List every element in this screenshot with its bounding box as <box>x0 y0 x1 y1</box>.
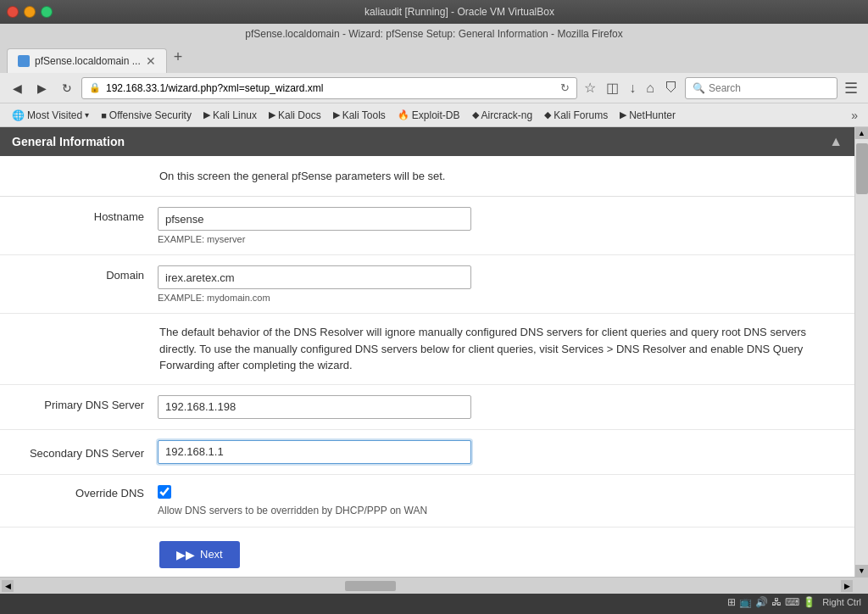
bookmark-aircrack[interactable]: ◆ Aircrack-ng <box>467 108 538 123</box>
offensive-security-icon: ■ <box>101 110 107 120</box>
shield-btn[interactable]: ⛉ <box>661 79 682 98</box>
sys-icon-4: 🖧 <box>771 596 782 608</box>
bookmark-kali-linux[interactable]: ▶ Kali Linux <box>198 108 262 123</box>
bookmark-exploit-db[interactable]: 🔥 Exploit-DB <box>392 108 465 123</box>
sys-icon-2: 📺 <box>739 596 752 608</box>
kali-linux-icon: ▶ <box>203 109 210 120</box>
secondary-dns-label: Secondary DNS Server <box>14 440 158 460</box>
os-title: kaliaudit [Running] - Oracle VM VirtualB… <box>58 6 861 18</box>
exploit-db-icon: 🔥 <box>398 109 409 120</box>
intro-text: On this screen the general pfSense param… <box>159 170 445 182</box>
nav-bar: ◀ ▶ ↻ 🔒 ↻ ☆ ◫ ↓ ⌂ ⛉ 🔍 ☰ <box>0 73 868 103</box>
scroll-up-btn[interactable]: ▲ <box>855 127 868 139</box>
url-bar: 🔒 ↻ <box>81 77 577 99</box>
button-row: ▶▶ Next <box>0 527 854 578</box>
url-input[interactable] <box>106 82 555 94</box>
kali-forums-icon: ◆ <box>544 109 551 120</box>
nethunter-icon: ▶ <box>620 109 626 120</box>
scroll-right-btn[interactable]: ▶ <box>841 580 853 592</box>
domain-hint: EXAMPLE: mydomain.com <box>158 293 841 303</box>
hostname-label: Hostname <box>14 207 158 223</box>
dns-info-row: The default behavior of the DNS Resolver… <box>0 314 854 385</box>
secondary-dns-input[interactable] <box>158 440 471 464</box>
scroll-thumb[interactable] <box>856 143 868 194</box>
primary-dns-input[interactable] <box>158 395 471 419</box>
search-input[interactable] <box>709 82 810 94</box>
scroll-down-btn[interactable]: ▼ <box>855 565 868 577</box>
scroll-left-btn[interactable]: ◀ <box>2 580 14 592</box>
hostname-hint: EXAMPLE: myserver <box>158 234 841 244</box>
tab-favicon <box>18 55 30 67</box>
bottom-scrollbar[interactable]: ◀ ▶ <box>0 577 868 594</box>
search-bar: 🔍 <box>685 77 837 99</box>
domain-row: Domain EXAMPLE: mydomain.com <box>0 255 854 314</box>
section-header: General Information ▲ <box>0 127 854 156</box>
next-label: Next <box>200 548 223 561</box>
next-icon: ▶▶ <box>176 548 195 561</box>
lock-icon: 🔒 <box>89 82 101 93</box>
sys-icon-3: 🔊 <box>755 596 768 608</box>
override-dns-label: Override DNS <box>14 485 158 500</box>
back-btn[interactable]: ◀ <box>7 78 28 98</box>
search-icon: 🔍 <box>693 82 705 94</box>
collapse-icon[interactable]: ▲ <box>829 134 843 149</box>
primary-dns-label: Primary DNS Server <box>14 395 158 411</box>
bookmark-kali-forums[interactable]: ◆ Kali Forums <box>539 108 613 123</box>
pfsense-form: General Information ▲ On this screen the… <box>0 127 854 577</box>
download-btn[interactable]: ↓ <box>626 79 639 98</box>
bookmark-offensive-security[interactable]: ■ Offensive Security <box>96 108 197 123</box>
reload-url-btn[interactable]: ↻ <box>560 81 570 94</box>
intro-row: On this screen the general pfSense param… <box>0 156 854 197</box>
tab-label: pfSense.localdomain ... <box>35 55 141 67</box>
os-titlebar: kaliaudit [Running] - Oracle VM VirtualB… <box>0 0 868 24</box>
close-btn[interactable] <box>7 6 19 18</box>
menu-btn[interactable]: ☰ <box>841 77 861 99</box>
bookmark-star-btn[interactable]: ☆ <box>581 78 599 98</box>
override-dns-checkbox[interactable] <box>158 485 171 499</box>
bookmarks-bar: 🌐 Most Visited ▾ ■ Offensive Security ▶ … <box>0 103 868 127</box>
form-area: On this screen the general pfSense param… <box>0 156 854 577</box>
bookmark-kali-docs[interactable]: ▶ Kali Docs <box>264 108 326 123</box>
browser-title: pfSense.localdomain - Wizard: pfSense Se… <box>245 28 623 40</box>
refresh-btn[interactable]: ↻ <box>56 78 78 98</box>
bookmark-nethunter[interactable]: ▶ NetHunter <box>615 108 681 123</box>
home-btn[interactable]: ⌂ <box>643 79 658 98</box>
override-dns-hint: Allow DNS servers to be overridden by DH… <box>158 505 841 516</box>
h-scroll-thumb[interactable] <box>345 581 396 591</box>
page-content: General Information ▲ On this screen the… <box>0 127 868 577</box>
sys-icon-1: ⊞ <box>727 596 736 608</box>
section-title: General Information <box>12 135 125 148</box>
override-dns-field: Allow DNS servers to be overridden by DH… <box>158 485 841 516</box>
chevron-down-icon: ▾ <box>85 110 89 120</box>
domain-label: Domain <box>14 265 158 282</box>
os-statusbar: ⊞ 📺 🔊 🖧 ⌨ 🔋 Right Ctrl <box>0 594 868 611</box>
aircrack-icon: ◆ <box>472 109 479 120</box>
dns-info-text: The default behavior of the DNS Resolver… <box>159 326 806 371</box>
pocket-btn[interactable]: ◫ <box>603 78 622 98</box>
nav-icons: ☆ ◫ ↓ ⌂ ⛉ <box>581 78 682 98</box>
hostname-input[interactable] <box>158 207 471 231</box>
kali-tools-icon: ▶ <box>333 109 340 120</box>
status-icons: ⊞ 📺 🔊 🖧 ⌨ 🔋 <box>727 596 815 608</box>
right-ctrl-label: Right Ctrl <box>822 597 861 607</box>
more-bookmarks-btn[interactable]: » <box>848 109 861 122</box>
forward-btn[interactable]: ▶ <box>31 78 53 98</box>
sys-icon-5: ⌨ <box>785 596 799 608</box>
bookmark-kali-tools[interactable]: ▶ Kali Tools <box>328 108 391 123</box>
bookmark-most-visited[interactable]: 🌐 Most Visited ▾ <box>7 108 94 123</box>
secondary-dns-field <box>158 440 841 464</box>
next-button[interactable]: ▶▶ Next <box>159 541 240 568</box>
secondary-dns-row: Secondary DNS Server <box>0 430 854 475</box>
override-dns-row: Override DNS Allow DNS servers to be ove… <box>0 475 854 527</box>
hostname-row: Hostname EXAMPLE: myserver <box>0 197 854 255</box>
minimize-btn[interactable] <box>24 6 36 18</box>
globe-icon: 🌐 <box>12 109 25 121</box>
primary-dns-row: Primary DNS Server <box>0 385 854 430</box>
new-tab-btn[interactable]: + <box>167 48 190 70</box>
sys-icon-6: 🔋 <box>803 596 815 608</box>
maximize-btn[interactable] <box>41 6 53 18</box>
domain-input[interactable] <box>158 265 471 289</box>
tab-close-btn[interactable]: ✕ <box>146 54 156 68</box>
scrollbar[interactable]: ▲ ▼ <box>854 127 868 577</box>
browser-tab[interactable]: pfSense.localdomain ... ✕ <box>7 48 167 73</box>
